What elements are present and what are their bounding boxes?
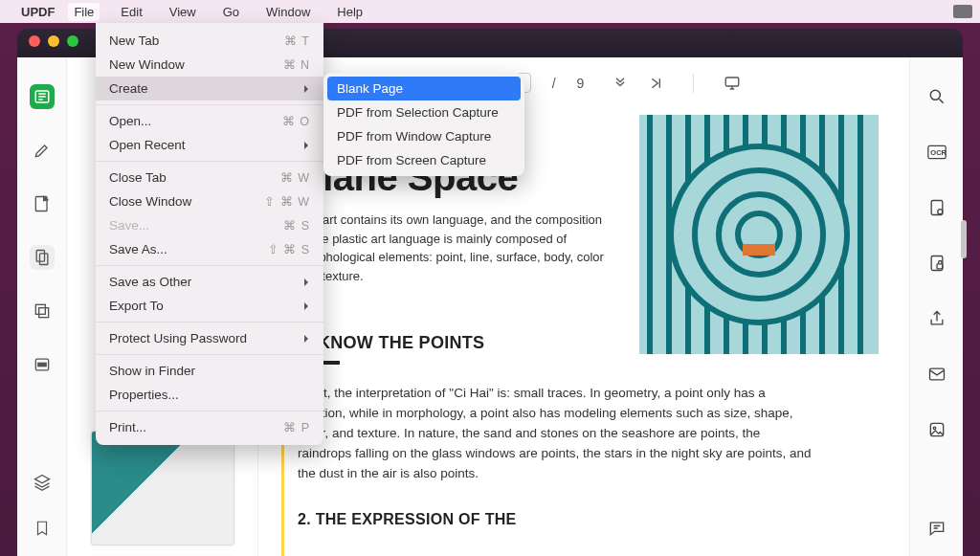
svg-rect-2 [36, 251, 44, 262]
page-thumbnail[interactable] [91, 431, 234, 545]
toolbar-divider [693, 74, 694, 93]
traffic-lights [29, 35, 78, 47]
app-name[interactable]: UPDF [21, 5, 55, 19]
macos-menubar: UPDF File Edit View Go Window Help [0, 0, 980, 23]
file-menu-item[interactable]: Save as Other [96, 270, 323, 294]
svg-rect-7 [37, 363, 45, 366]
file-menu-item[interactable]: Export To [96, 294, 323, 318]
edit-text-icon[interactable] [30, 191, 55, 216]
bookmark-icon[interactable] [30, 516, 55, 541]
file-menu-item[interactable]: Close Window⇧ ⌘ W [96, 189, 323, 213]
svg-rect-5 [38, 308, 48, 318]
tray-icon[interactable] [953, 5, 972, 18]
export-image-icon[interactable] [924, 417, 949, 442]
doc-paragraph: Point, the interpretation of "Ci Hai" is… [298, 384, 814, 484]
doc-intro: Any art contains its own language, and t… [298, 211, 604, 285]
menu-window[interactable]: Window [260, 3, 316, 21]
svg-rect-3 [39, 254, 47, 265]
left-tool-rail [17, 57, 67, 556]
file-menu-item[interactable]: Close Tab⌘ W [96, 166, 323, 189]
file-menu-item[interactable]: Properties... [96, 383, 323, 407]
file-menu-item: Save...⌘ S [96, 213, 323, 237]
create-submenu-item[interactable]: PDF from Window Capture [323, 124, 524, 148]
window-zoom-button[interactable] [67, 35, 78, 47]
svg-rect-8 [726, 78, 740, 86]
lock-page-icon[interactable] [924, 251, 949, 276]
file-menu-item[interactable]: Print...⌘ P [96, 415, 323, 439]
create-submenu-item[interactable]: PDF from Screen Capture [323, 148, 524, 172]
create-submenu-item[interactable]: Blank Page [327, 77, 521, 100]
page-organize-icon[interactable] [30, 245, 55, 270]
svg-rect-4 [35, 304, 45, 314]
reader-mode-icon[interactable] [30, 84, 55, 109]
flatten-icon[interactable] [924, 195, 949, 220]
menu-file[interactable]: File [68, 3, 100, 21]
svg-rect-16 [929, 368, 944, 380]
highlighter-icon[interactable] [30, 138, 55, 163]
next-page-icon[interactable] [612, 76, 628, 91]
file-menu-item[interactable]: Save As...⇧ ⌘ S [96, 237, 323, 261]
file-menu-item[interactable]: New Tab⌘ T [96, 29, 323, 53]
window-close-button[interactable] [29, 35, 40, 47]
file-menu-dropdown: New Tab⌘ TNew Window⌘ NCreateOpen...⌘ OO… [96, 23, 323, 445]
menu-help[interactable]: Help [331, 3, 368, 21]
page-image [639, 115, 879, 354]
file-menu-item[interactable]: Create [96, 77, 323, 100]
svg-text:OCR: OCR [930, 148, 947, 157]
scrollbar-thumb[interactable] [961, 220, 967, 258]
svg-point-13 [937, 210, 942, 214]
file-menu-item[interactable]: Protect Using Password [96, 326, 323, 350]
page-total: 9 [577, 76, 585, 91]
svg-rect-12 [931, 201, 943, 215]
ocr-icon[interactable]: OCR [924, 140, 949, 165]
create-submenu: Blank PagePDF from Selection CapturePDF … [323, 73, 524, 176]
share-icon[interactable] [924, 306, 949, 331]
svg-point-9 [930, 90, 940, 100]
page-sep: / [552, 76, 556, 91]
file-menu-item[interactable]: Open...⌘ O [96, 109, 323, 133]
svg-rect-15 [937, 264, 943, 269]
right-tool-rail: OCR [909, 57, 963, 556]
email-icon[interactable] [924, 362, 949, 387]
window-minimize-button[interactable] [48, 35, 59, 47]
file-menu-item[interactable]: Open Recent [96, 133, 323, 157]
comment-panel-icon[interactable] [924, 516, 949, 541]
redact-icon[interactable] [30, 352, 55, 377]
last-page-icon[interactable] [649, 76, 664, 91]
doc-h3: 2. THE EXPRESSION OF THE [298, 511, 585, 528]
svg-point-18 [933, 427, 936, 430]
layers-icon[interactable] [30, 470, 55, 495]
create-submenu-item[interactable]: PDF from Selection Capture [323, 100, 524, 124]
menu-edit[interactable]: Edit [115, 3, 147, 21]
presentation-icon[interactable] [723, 75, 742, 92]
file-menu-item[interactable]: New Window⌘ N [96, 53, 323, 77]
search-icon[interactable] [924, 84, 949, 109]
menu-view[interactable]: View [164, 3, 202, 21]
crop-icon[interactable] [30, 299, 55, 323]
file-menu-item[interactable]: Show in Finder [96, 359, 323, 383]
menu-go[interactable]: Go [217, 3, 245, 21]
